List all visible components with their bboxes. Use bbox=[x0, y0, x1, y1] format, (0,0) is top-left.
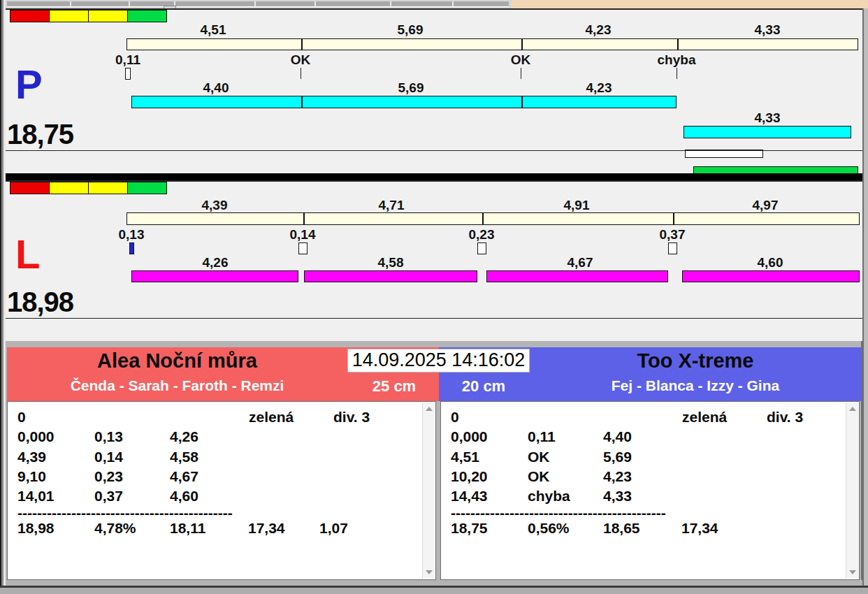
status-color-legend bbox=[10, 182, 167, 194]
result-cell: 14,43 bbox=[451, 488, 488, 504]
bottom-band bbox=[6, 580, 862, 586]
lane-letter-P: P bbox=[15, 64, 43, 105]
result-cell: 0 bbox=[451, 410, 459, 425]
l-run-bar-1 bbox=[131, 270, 298, 282]
result-cell: 0,37 bbox=[94, 488, 123, 504]
status-color-legend bbox=[10, 10, 167, 22]
result-cell: 4,39 bbox=[17, 449, 46, 465]
result-cell: 4,67 bbox=[170, 469, 198, 484]
scroll-down-icon[interactable] bbox=[849, 570, 856, 574]
result-total-cell: 18,98 bbox=[17, 521, 55, 536]
split-time-label: 4,33 bbox=[755, 23, 781, 36]
lane-divider bbox=[6, 173, 862, 180]
legend-color-cell bbox=[127, 10, 167, 22]
split-time-label: 4,71 bbox=[379, 198, 405, 212]
results-text-right[interactable]: 0zelenádiv. 30,0000,114,404,51OK5,6910,2… bbox=[440, 401, 860, 580]
datetime-display: 14.09.2025 14:16:02 bbox=[347, 349, 530, 372]
legend-color-cell bbox=[88, 10, 128, 22]
results-text-left[interactable]: 0zelenádiv. 30,0000,134,264,390,144,589,… bbox=[7, 401, 436, 580]
result-cell: div. 3 bbox=[333, 410, 370, 425]
bottom-outer-strip bbox=[0, 588, 868, 594]
top-strip-separator bbox=[70, 1, 71, 8]
lower-empty-strip bbox=[6, 318, 862, 341]
legend-color-cell bbox=[10, 182, 50, 194]
l-run-bar-3 bbox=[486, 270, 668, 282]
result-cell: zelená bbox=[249, 410, 294, 425]
split-time-label: 4,67 bbox=[567, 256, 593, 269]
split-time-label: OK bbox=[291, 53, 311, 66]
result-total-cell: 4,78% bbox=[94, 521, 136, 536]
bar-segment-divider bbox=[521, 39, 523, 50]
scroll-down-icon[interactable] bbox=[426, 570, 433, 574]
legend-color-cell bbox=[127, 182, 167, 194]
flyball-timing-window: 4,515,694,234,330,11OKOKchyba4,405,694,2… bbox=[0, 0, 868, 594]
lane-total-time: 18,98 bbox=[7, 288, 73, 316]
results-separator-dashes: ----------------------------------------… bbox=[17, 505, 233, 521]
window-border-right-outer bbox=[864, 0, 868, 594]
l-reference-bar bbox=[126, 212, 860, 225]
scroll-up-icon[interactable] bbox=[849, 407, 856, 411]
split-time-label: 4,97 bbox=[753, 198, 779, 212]
lane-L: 4,394,714,914,970,130,140,230,374,264,58… bbox=[6, 180, 862, 318]
split-time-label: OK bbox=[511, 53, 531, 66]
result-cell: 4,26 bbox=[170, 429, 198, 444]
result-cell: zelená bbox=[682, 410, 727, 425]
bar-segment-divider bbox=[521, 96, 523, 108]
changeover-tick-line bbox=[677, 68, 677, 79]
result-cell: div. 3 bbox=[767, 410, 803, 425]
result-cell: 4,23 bbox=[603, 469, 632, 484]
bar-segment-divider bbox=[301, 39, 303, 50]
lane-total-time: 18,75 bbox=[7, 120, 73, 148]
jump-height-left: 25 cm bbox=[349, 377, 439, 396]
lane-letter-L: L bbox=[15, 234, 40, 275]
changeover-marker-box bbox=[477, 242, 486, 254]
changeover-marker-box bbox=[668, 242, 677, 254]
result-cell: 4,40 bbox=[603, 429, 632, 444]
result-cell: 4,60 bbox=[170, 488, 198, 504]
split-time-label: 0,13 bbox=[119, 228, 145, 241]
result-total-cell: 1,07 bbox=[319, 521, 348, 536]
result-cell: 0,000 bbox=[451, 429, 488, 444]
results-scrollbar[interactable] bbox=[846, 403, 858, 579]
bar-segment-divider bbox=[303, 213, 305, 224]
result-total-cell: 0,56% bbox=[528, 521, 570, 536]
l-run-bar-2 bbox=[304, 270, 477, 282]
result-cell: 14,01 bbox=[17, 488, 55, 504]
result-total-cell: 18,11 bbox=[170, 521, 205, 536]
result-cell: 0,13 bbox=[94, 429, 123, 444]
split-time-label: chyba bbox=[658, 53, 696, 66]
top-toolbar-strip bbox=[6, 0, 512, 8]
result-cell: 4,58 bbox=[170, 449, 198, 465]
split-time-label: 4,39 bbox=[202, 198, 228, 212]
p-run-bar-2 bbox=[683, 126, 851, 138]
split-time-label: 4,40 bbox=[203, 81, 229, 94]
top-right-strip bbox=[512, 0, 868, 8]
team-right-name: Too X-treme bbox=[530, 349, 861, 372]
result-cell: OK bbox=[528, 449, 550, 465]
legend-color-cell bbox=[88, 182, 128, 194]
changeover-marker-box bbox=[125, 68, 131, 80]
result-total-cell: 18,75 bbox=[451, 521, 488, 536]
split-time-label: 4,58 bbox=[378, 256, 404, 269]
result-cell: 0,23 bbox=[94, 469, 123, 484]
split-time-label: 4,60 bbox=[758, 256, 783, 269]
split-time-label: 4,23 bbox=[586, 23, 612, 36]
top-strip-separator bbox=[390, 1, 391, 8]
result-cell: 9,10 bbox=[17, 469, 46, 484]
result-cell: 0,14 bbox=[94, 449, 123, 465]
split-time-label: 4,51 bbox=[201, 23, 226, 36]
changeover-tick-line bbox=[521, 68, 521, 79]
split-time-label: 0,11 bbox=[115, 53, 140, 66]
split-time-label: 4,91 bbox=[564, 198, 590, 212]
result-cell: 4,51 bbox=[451, 449, 479, 465]
split-time-label: 4,33 bbox=[755, 111, 781, 124]
scroll-up-icon[interactable] bbox=[426, 407, 433, 411]
result-cell: 0,000 bbox=[17, 429, 55, 444]
top-strip-separator bbox=[254, 1, 256, 8]
results-scrollbar[interactable] bbox=[422, 403, 435, 579]
jump-height-right: 20 cm bbox=[439, 377, 528, 396]
changeover-marker-box bbox=[129, 242, 134, 254]
split-time-label: 0,23 bbox=[469, 228, 495, 241]
split-time-label: 5,69 bbox=[398, 81, 424, 94]
legend-color-cell bbox=[10, 10, 50, 22]
